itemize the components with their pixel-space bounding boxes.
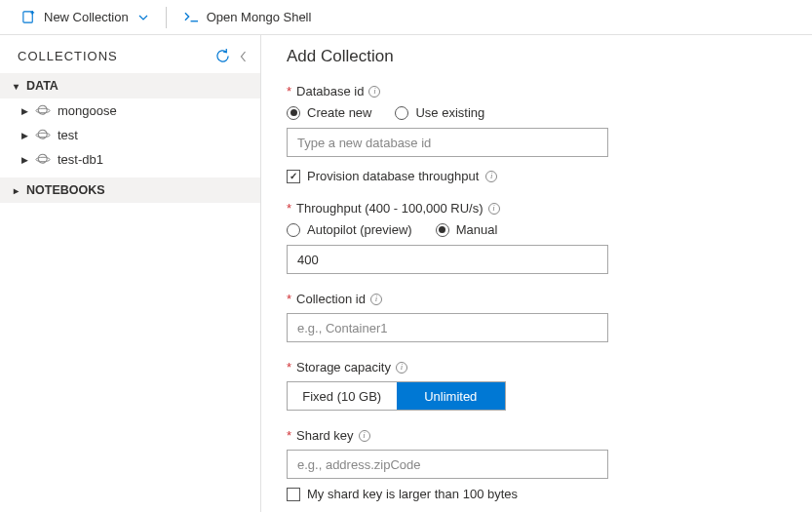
provision-checkbox[interactable]: Provision database throughput i — [287, 169, 785, 183]
svg-point-4 — [37, 129, 48, 139]
radio-icon — [287, 223, 300, 237]
refresh-icon[interactable] — [215, 49, 230, 63]
throughput-label: * Throughput (400 - 100,000 RU/s) i — [287, 201, 785, 216]
panel-title: Add Collection — [287, 47, 785, 66]
shard-key-label: * Shard key i — [287, 428, 785, 443]
collection-id-label: * Collection id i — [287, 292, 785, 306]
database-id-input[interactable] — [287, 128, 608, 157]
storage-label: * Storage capacity i — [287, 360, 785, 374]
info-icon[interactable]: i — [485, 171, 497, 182]
svg-rect-0 — [23, 12, 32, 22]
sidebar: COLLECTIONS ▾ DATA ▶ — [0, 35, 261, 512]
database-icon — [35, 153, 51, 166]
shell-icon — [184, 12, 199, 23]
collection-id-input[interactable] — [287, 313, 608, 342]
db-label: test — [58, 128, 78, 142]
checkbox-icon — [287, 170, 300, 183]
caret-right-icon: ▸ — [14, 185, 19, 196]
storage-unlimited-button[interactable]: Unlimited — [397, 382, 506, 410]
radio-icon — [436, 223, 449, 237]
shard-key-input[interactable] — [287, 450, 608, 479]
db-label: mongoose — [58, 103, 117, 118]
caret-right-icon: ▶ — [21, 131, 28, 140]
info-icon[interactable]: i — [488, 203, 500, 215]
svg-point-6 — [37, 153, 48, 164]
info-icon[interactable]: i — [359, 430, 370, 442]
caret-down-icon: ▾ — [14, 81, 19, 92]
svg-point-2 — [37, 104, 48, 115]
database-icon — [35, 104, 51, 117]
storage-toggle: Fixed (10 GB) Unlimited — [287, 381, 506, 411]
radio-autopilot[interactable]: Autopilot (preview) — [287, 222, 412, 237]
caret-right-icon: ▶ — [21, 106, 28, 116]
add-collection-panel: Add Collection * Database id i Create ne… — [261, 35, 812, 512]
tree-section-data[interactable]: ▾ DATA — [0, 73, 260, 98]
db-label: test-db1 — [58, 152, 103, 167]
toolbar-separator — [166, 7, 167, 28]
new-collection-button[interactable]: New Collection — [12, 0, 158, 34]
chevron-down-icon — [138, 15, 148, 20]
info-icon[interactable]: i — [370, 294, 382, 305]
toolbar: New Collection Open Mongo Shell — [0, 0, 812, 35]
collapse-icon[interactable] — [240, 51, 247, 62]
radio-icon — [287, 106, 300, 120]
info-icon[interactable]: i — [396, 362, 407, 374]
checkbox-icon — [287, 488, 300, 501]
database-id-label: * Database id i — [287, 84, 785, 98]
section-notebooks-label: NOTEBOOKS — [26, 183, 105, 197]
tree-item-db[interactable]: ▶ test-db1 — [0, 147, 260, 172]
shard-large-checkbox[interactable]: My shard key is larger than 100 bytes — [287, 487, 785, 501]
new-collection-icon — [21, 10, 36, 24]
tree-section-notebooks[interactable]: ▸ NOTEBOOKS — [0, 177, 260, 203]
collections-title: COLLECTIONS — [18, 49, 118, 63]
radio-icon — [395, 106, 408, 120]
new-collection-label: New Collection — [44, 10, 129, 24]
open-shell-button[interactable]: Open Mongo Shell — [174, 0, 322, 34]
storage-fixed-button[interactable]: Fixed (10 GB) — [288, 382, 397, 410]
tree-item-db[interactable]: ▶ test — [0, 123, 260, 147]
open-shell-label: Open Mongo Shell — [207, 10, 312, 24]
tree-item-db[interactable]: ▶ mongoose — [0, 98, 260, 123]
radio-manual[interactable]: Manual — [436, 222, 498, 237]
radio-create-new[interactable]: Create new — [287, 105, 371, 120]
info-icon[interactable]: i — [368, 86, 380, 98]
caret-right-icon: ▶ — [21, 155, 28, 165]
radio-use-existing[interactable]: Use existing — [395, 105, 484, 120]
section-data-label: DATA — [26, 79, 58, 93]
database-icon — [35, 129, 51, 141]
throughput-input[interactable] — [287, 245, 608, 274]
